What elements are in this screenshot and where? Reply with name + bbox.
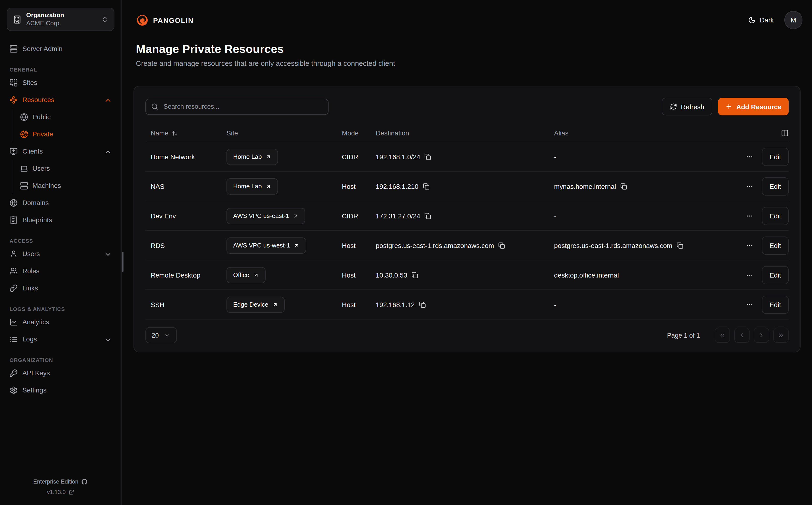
brand[interactable]: PANGOLIN [136,14,194,26]
edition-row[interactable]: Enterprise Edition [0,476,121,487]
sidebar-footer: Enterprise Edition v1.13.0 [0,476,121,505]
sidebar-item-label: Users [32,165,50,172]
site-link-button[interactable]: Home Lab [226,178,278,194]
key-icon [10,369,18,377]
chart-line-icon [10,318,18,326]
ellipsis-icon[interactable] [746,212,753,219]
first-page-button[interactable] [715,328,730,343]
section-label-general: GENERAL [10,67,112,72]
avatar[interactable]: M [784,11,802,29]
cell-alias: - [554,153,726,160]
sidebar-item-label: Roles [22,267,40,275]
ellipsis-icon[interactable] [746,153,753,160]
chevrons-right-icon [778,332,784,339]
copy-icon[interactable] [498,242,505,249]
toolbar: Refresh Add Resource [146,98,789,116]
sidebar-scrollbar-thumb[interactable] [122,252,124,272]
sidebar-item-logs[interactable]: Logs [0,330,121,348]
sidebar-item-label: Domains [22,199,49,206]
sidebar-item-users[interactable]: Users [0,245,121,262]
table-header: Name Site Mode Destination Alias [146,125,789,142]
copy-icon[interactable] [411,272,418,278]
sidebar-item-public[interactable]: Public [13,108,121,126]
next-page-button[interactable] [754,328,769,343]
sidebar-item-server-admin[interactable]: Server Admin [0,40,121,57]
sidebar-item-api-keys[interactable]: API Keys [0,364,121,381]
theme-toggle[interactable]: Dark [748,16,774,24]
columns-icon[interactable] [781,129,789,137]
sidebar-item-resources[interactable]: Resources [0,91,121,108]
combine-icon [10,78,18,87]
sidebar-item-analytics[interactable]: Analytics [0,313,121,330]
col-header-alias: Alias [554,129,726,137]
page-size-value: 20 [152,332,159,339]
refresh-icon [670,103,677,110]
gear-icon [10,386,18,394]
version-label: v1.13.0 [47,489,66,495]
sidebar: Organization ACME Corp. Server Admin GEN… [0,0,122,505]
cell-destination: 192.168.1.0/24 [376,153,420,160]
edit-button[interactable]: Edit [762,266,789,284]
sidebar-item-settings[interactable]: Settings [0,381,121,399]
last-page-button[interactable] [773,328,789,343]
sidebar-item-machines[interactable]: Machines [13,177,121,194]
ellipsis-icon[interactable] [746,301,753,308]
chevron-up-icon [104,148,111,155]
site-link-button[interactable]: AWS VPC us-west-1 [226,237,307,254]
cell-name: SSH [151,301,226,308]
chevrons-left-icon [719,332,726,339]
prev-page-button[interactable] [734,328,750,343]
copy-icon[interactable] [676,242,683,249]
copy-icon[interactable] [419,301,426,308]
col-header-destination: Destination [376,129,554,137]
ellipsis-icon[interactable] [746,182,753,190]
edit-button[interactable]: Edit [762,236,789,255]
site-link-button[interactable]: AWS VPC us-east-1 [226,208,306,224]
copy-icon[interactable] [425,153,431,160]
cell-name: NAS [151,182,226,190]
col-header-name: Name [151,129,169,137]
waypoints-icon [10,96,18,104]
version-row[interactable]: v1.13.0 [0,487,121,497]
sidebar-item-links[interactable]: Links [0,280,121,297]
page-size-select[interactable]: 20 [146,327,177,343]
col-header-site: Site [226,129,342,137]
sidebar-item-label: Users [22,250,40,258]
pangolin-logo-icon [136,14,149,26]
cell-alias: - [554,212,726,219]
sidebar-item-roles[interactable]: Roles [0,262,121,280]
ellipsis-icon[interactable] [746,271,753,279]
search-box [146,99,329,115]
edit-button[interactable]: Edit [762,295,789,314]
site-link-button[interactable]: Edge Device [226,296,284,313]
sidebar-item-sites[interactable]: Sites [0,74,121,91]
org-selector[interactable]: Organization ACME Corp. [7,8,115,31]
sidebar-item-clients[interactable]: Clients [0,143,121,160]
topbar: PANGOLIN Dark M [122,0,812,40]
copy-icon[interactable] [620,183,627,190]
sidebar-item-domains[interactable]: Domains [0,194,121,211]
refresh-button[interactable]: Refresh [662,98,713,116]
sidebar-item-label: Resources [22,96,54,104]
plus-icon [725,103,733,110]
users-icon [10,267,18,275]
sidebar-item-label: Clients [22,147,43,155]
sidebar-item-blueprints[interactable]: Blueprints [0,211,121,228]
copy-icon[interactable] [425,212,431,219]
add-resource-button[interactable]: Add Resource [718,98,789,116]
sidebar-item-client-users[interactable]: Users [13,160,121,177]
copy-icon[interactable] [423,183,429,190]
arrow-up-right-icon [293,213,299,219]
sidebar-item-private[interactable]: Private [13,126,121,143]
ellipsis-icon[interactable] [746,241,753,249]
sidebar-item-label: Server Admin [22,45,62,52]
moon-icon [748,16,756,24]
site-link-button[interactable]: Home Lab [226,149,278,165]
search-input[interactable] [163,103,323,111]
site-link-button[interactable]: Office [226,267,265,283]
section-label-organization: ORGANIZATION [10,357,112,363]
arrow-up-down-icon[interactable] [172,130,178,136]
edit-button[interactable]: Edit [762,207,789,225]
edit-button[interactable]: Edit [762,148,789,166]
edit-button[interactable]: Edit [762,177,789,195]
